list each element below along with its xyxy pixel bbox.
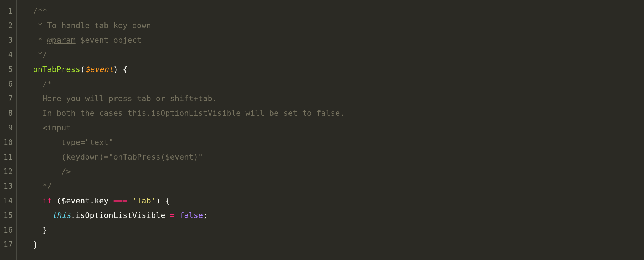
line-number: 1 xyxy=(1,4,14,18)
property: .isOptionListVisible xyxy=(71,209,170,222)
keyword-if: if xyxy=(42,194,52,207)
line-number: 4 xyxy=(1,47,14,62)
line-number: 5 xyxy=(1,62,14,77)
param: $event xyxy=(85,63,113,76)
code-line[interactable]: /* xyxy=(24,77,644,91)
comment: /* xyxy=(42,78,52,90)
line-number: 15 xyxy=(1,208,14,223)
code-line[interactable]: * To handle tab key down xyxy=(24,18,644,33)
line-number: 3 xyxy=(1,33,14,47)
line-number: 2 xyxy=(1,18,14,33)
code-line[interactable]: */ xyxy=(24,179,644,193)
punct: } xyxy=(42,224,47,236)
code-line[interactable]: onTabPress($event) { xyxy=(24,62,644,77)
comment: type="text" xyxy=(61,136,113,149)
function-name: onTabPress xyxy=(33,63,80,76)
punct: ) { xyxy=(156,194,170,207)
comment: Here you will press tab or shift+tab. xyxy=(42,92,217,105)
code-line[interactable]: } xyxy=(24,237,644,252)
code-line[interactable]: } xyxy=(24,223,644,237)
code-line[interactable]: /** xyxy=(24,4,644,18)
comment: */ xyxy=(42,180,52,192)
punct: ) { xyxy=(113,63,128,76)
code-line[interactable]: In both the cases this.isOptionListVisib… xyxy=(24,106,644,120)
comment: */ xyxy=(38,48,47,61)
operator: === xyxy=(113,194,128,207)
line-number: 8 xyxy=(1,106,14,120)
code-area[interactable]: /** * To handle tab key down * @param $e… xyxy=(17,0,644,260)
code-line[interactable]: type="text" xyxy=(24,135,644,150)
punct: ( xyxy=(80,63,85,76)
keyword-this: this xyxy=(52,209,71,222)
line-number: 14 xyxy=(1,193,14,208)
comment: /> xyxy=(61,165,71,178)
string-literal: 'Tab' xyxy=(132,194,156,207)
comment: <input xyxy=(42,121,71,134)
code-line[interactable]: */ xyxy=(24,47,644,62)
comment: * To handle tab key down xyxy=(38,19,151,32)
line-number: 17 xyxy=(1,237,14,252)
code-line[interactable]: if ($event.key === 'Tab') { xyxy=(24,193,644,208)
code-line[interactable]: * @param $event object xyxy=(24,33,644,47)
comment: /** xyxy=(33,5,47,17)
line-number: 6 xyxy=(1,77,14,91)
boolean-literal: false xyxy=(179,209,203,222)
line-number: 13 xyxy=(1,179,14,193)
code-line[interactable]: <input xyxy=(24,120,644,135)
line-number: 10 xyxy=(1,135,14,150)
operator: = xyxy=(170,209,175,222)
line-number: 12 xyxy=(1,164,14,179)
punct: ; xyxy=(203,209,208,222)
line-number: 7 xyxy=(1,91,14,106)
line-number: 9 xyxy=(1,120,14,135)
code-editor[interactable]: 1 2 3 4 5 6 7 8 9 10 11 12 13 14 15 16 1… xyxy=(0,0,644,260)
line-number: 11 xyxy=(1,150,14,164)
comment: * xyxy=(38,34,47,46)
code-text: ($event.key xyxy=(52,194,113,207)
code-line[interactable]: /> xyxy=(24,164,644,179)
comment: In both the cases this.isOptionListVisib… xyxy=(42,107,345,119)
code-line[interactable]: (keydown)="onTabPress($event)" xyxy=(24,150,644,164)
line-number-gutter: 1 2 3 4 5 6 7 8 9 10 11 12 13 14 15 16 1… xyxy=(0,0,17,260)
comment: (keydown)="onTabPress($event)" xyxy=(61,151,203,163)
line-number: 16 xyxy=(1,223,14,237)
comment: $event object xyxy=(76,34,142,46)
code-line[interactable]: Here you will press tab or shift+tab. xyxy=(24,91,644,106)
code-line[interactable]: this.isOptionListVisible = false; xyxy=(24,208,644,223)
jsdoc-tag: @param xyxy=(47,34,75,46)
punct: } xyxy=(33,238,38,251)
